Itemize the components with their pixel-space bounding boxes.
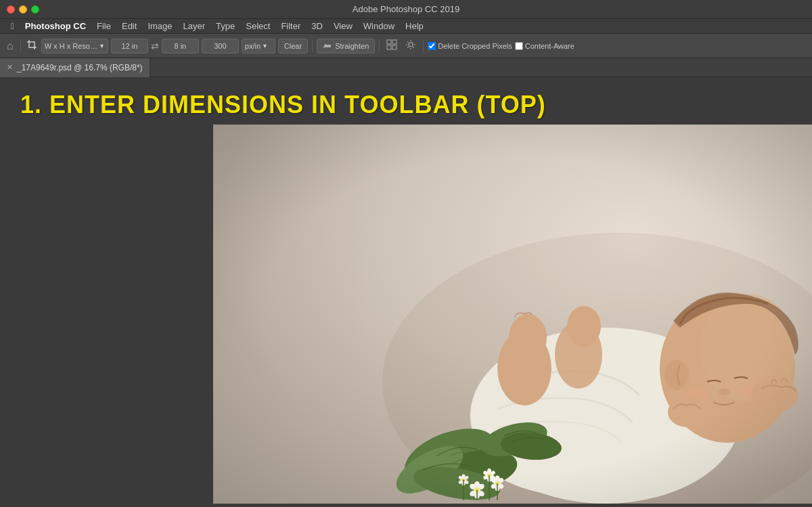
- straighten-label: Straighten: [335, 42, 369, 50]
- delete-cropped-pixels-label[interactable]: Delete Cropped Pixels: [428, 42, 512, 50]
- svg-rect-3: [392, 40, 397, 44]
- menu-window[interactable]: Window: [358, 21, 400, 31]
- chevron-down-icon: ▼: [99, 43, 105, 49]
- menu-layer[interactable]: Layer: [178, 21, 211, 31]
- delete-cropped-pixels-checkbox[interactable]: [428, 42, 436, 50]
- separator-1: [20, 39, 21, 53]
- aspect-ratio-label: W x H x Reso…: [45, 42, 97, 50]
- instruction-text: 1. ENTER DIMENSIONS IN TOOLBAR (TOP): [20, 91, 546, 119]
- menu-type[interactable]: Type: [210, 21, 240, 31]
- document-tab-title: _17A9649r.psd @ 16.7% (RGB/8*): [17, 63, 143, 72]
- maximize-button[interactable]: [31, 5, 39, 14]
- height-input[interactable]: [162, 39, 199, 53]
- photo-inner: [213, 125, 812, 504]
- home-icon[interactable]: ⌂: [4, 40, 16, 52]
- svg-rect-64: [213, 125, 812, 504]
- title-bar: Adobe Photoshop CC 2019: [0, 0, 812, 19]
- photo-canvas: [213, 125, 812, 504]
- menu-image[interactable]: Image: [142, 21, 177, 31]
- apple-menu[interactable]: : [5, 21, 20, 31]
- content-aware-label[interactable]: Content-Aware: [515, 42, 574, 50]
- canvas-area: 1. ENTER DIMENSIONS IN TOOLBAR (TOP): [0, 77, 812, 507]
- resolution-unit-label: px/in: [245, 42, 261, 50]
- menu-3d[interactable]: 3D: [306, 21, 328, 31]
- svg-rect-4: [387, 45, 391, 49]
- app-name[interactable]: Photoshop CC: [20, 21, 91, 31]
- resolution-unit-dropdown[interactable]: px/in ▼: [242, 39, 275, 53]
- swap-dimensions-icon[interactable]: ⇄: [151, 41, 159, 51]
- chevron-down-icon: ▼: [262, 43, 268, 49]
- width-input[interactable]: [111, 39, 148, 53]
- window-title: Adobe Photoshop CC 2019: [353, 4, 459, 14]
- svg-rect-5: [392, 45, 397, 49]
- straighten-button[interactable]: Straighten: [317, 39, 375, 53]
- content-aware-checkbox[interactable]: [515, 42, 523, 50]
- settings-icon[interactable]: [403, 39, 419, 52]
- document-tab[interactable]: ✕ _17A9649r.psd @ 16.7% (RGB/8*): [0, 58, 150, 77]
- tab-close-icon[interactable]: ✕: [7, 63, 13, 72]
- resolution-input[interactable]: [202, 39, 239, 53]
- menu-view[interactable]: View: [328, 21, 358, 31]
- options-toolbar: ⌂ W x H x Reso… ▼ ⇄ px/in ▼ Clear Straig…: [0, 34, 812, 58]
- menu-help[interactable]: Help: [400, 21, 429, 31]
- traffic-lights: [7, 5, 39, 14]
- separator-4: [423, 39, 424, 53]
- menu-filter[interactable]: Filter: [275, 21, 306, 31]
- minimize-button[interactable]: [19, 5, 27, 14]
- aspect-ratio-dropdown[interactable]: W x H x Reso… ▼: [41, 39, 108, 53]
- delete-cropped-pixels-text: Delete Cropped Pixels: [438, 42, 512, 50]
- clear-button[interactable]: Clear: [278, 39, 308, 53]
- overlay-icon[interactable]: [384, 39, 400, 52]
- close-button[interactable]: [7, 5, 15, 14]
- tab-bar: ✕ _17A9649r.psd @ 16.7% (RGB/8*): [0, 58, 812, 77]
- separator-3: [379, 39, 380, 53]
- content-aware-text: Content-Aware: [525, 42, 574, 50]
- crop-tool-icon[interactable]: [25, 39, 39, 52]
- menu-edit[interactable]: Edit: [116, 21, 142, 31]
- svg-rect-2: [387, 40, 391, 44]
- menu-select[interactable]: Select: [240, 21, 275, 31]
- menu-bar:  Photoshop CC File Edit Image Layer Typ…: [0, 19, 812, 34]
- separator-2: [312, 39, 313, 53]
- menu-file[interactable]: File: [91, 21, 116, 31]
